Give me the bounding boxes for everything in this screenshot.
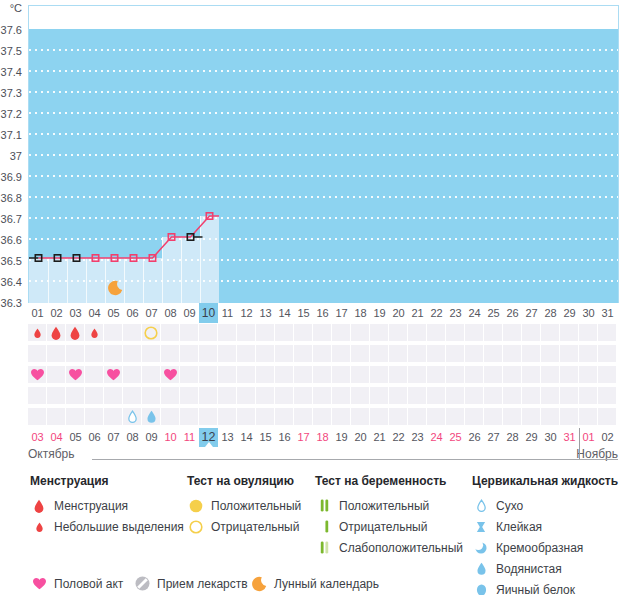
y-axis-tick-label: 37.5 [1, 45, 22, 57]
legend-item: Половой акт [30, 575, 123, 592]
month-label-october: Октябрь [28, 447, 75, 461]
cycle-day-label: 03 [66, 303, 85, 323]
event-cell [256, 345, 274, 362]
event-cell [598, 324, 616, 341]
event-cell [28, 324, 46, 341]
temperature-plot-area [28, 5, 619, 303]
event-cell [47, 324, 65, 341]
event-cell [161, 408, 179, 425]
temperature-line [29, 6, 618, 303]
legend-item: Отрицательный [187, 518, 299, 535]
drop-blue-icon [146, 410, 157, 423]
cycle-day-label: 24 [465, 303, 484, 323]
event-cell [389, 387, 407, 404]
drop-outline-blue-icon [476, 499, 487, 512]
event-cell [180, 345, 198, 362]
event-cell [598, 345, 616, 362]
event-cell [294, 387, 312, 404]
event-cell [389, 408, 407, 425]
event-cell [218, 345, 236, 362]
drop-red-icon [50, 326, 62, 340]
event-cell [218, 387, 236, 404]
event-cell [180, 366, 198, 383]
event-cell [161, 387, 179, 404]
cycle-day-label: 15 [294, 303, 313, 323]
event-cell [256, 387, 274, 404]
event-row-intercourse [28, 366, 617, 383]
legend-item-label: Яичный белок [496, 583, 575, 595]
legend-item: Небольшие выделения [30, 518, 184, 535]
cycle-day-label: 19 [370, 303, 389, 323]
event-cell [522, 387, 540, 404]
event-cell [237, 366, 255, 383]
month-boundary-divider [579, 428, 580, 459]
bars-green-double-legend-icon [315, 499, 333, 512]
event-cell [180, 387, 198, 404]
event-cell [446, 387, 464, 404]
y-axis-tick-label: 37 [10, 150, 22, 162]
legend-item: Клейкая [472, 518, 542, 535]
event-cell [484, 387, 502, 404]
legend-header: Тест на овуляцию [187, 474, 294, 488]
date-label: 19 [332, 428, 351, 447]
y-axis-tick-label: 37.1 [1, 129, 22, 141]
event-cell [389, 345, 407, 362]
legend: МенструацияМенструацияНебольшие выделени… [0, 468, 626, 595]
date-label: 18 [313, 428, 332, 447]
event-cell [313, 387, 331, 404]
legend-item-label: Слабоположительный [339, 541, 463, 555]
cycle-day-label: 29 [560, 303, 579, 323]
event-cell [351, 408, 369, 425]
event-cell [332, 408, 350, 425]
drop-red-icon [69, 326, 81, 340]
date-label: 26 [465, 428, 484, 447]
event-cell [579, 408, 597, 425]
event-cell [541, 366, 559, 383]
event-cell [104, 324, 122, 341]
crescent-blue-icon [475, 542, 487, 554]
event-cell [199, 408, 217, 425]
event-row-menstruation-and-ovulation-test [28, 324, 617, 341]
event-cell [104, 345, 122, 362]
circle-yellow-filled-legend-icon [187, 499, 205, 513]
event-cell [560, 408, 578, 425]
event-cell [275, 366, 293, 383]
event-cell [256, 324, 274, 341]
event-cell [332, 345, 350, 362]
event-cell [28, 387, 46, 404]
event-row-pregnancy-test [28, 345, 617, 362]
date-label: 06 [85, 428, 104, 447]
event-cell [560, 387, 578, 404]
date-label: 04 [47, 428, 66, 447]
event-cell [579, 345, 597, 362]
event-cell [465, 408, 483, 425]
legend-item-label: Отрицательный [211, 520, 299, 534]
legend-item-label: Прием лекарств [157, 577, 248, 591]
legend-item: Кремообразная [472, 539, 583, 556]
heart-pink-icon [32, 577, 47, 590]
event-cell [85, 345, 103, 362]
event-cell [522, 366, 540, 383]
event-cell [294, 408, 312, 425]
event-cell [123, 345, 141, 362]
date-label: 30 [541, 428, 560, 447]
event-cell [142, 366, 160, 383]
event-row-medications [28, 387, 617, 404]
date-label-current: 12 [199, 428, 218, 447]
event-cell [332, 366, 350, 383]
event-cell [180, 324, 198, 341]
cycle-day-label: 17 [332, 303, 351, 323]
moon-orange-legend-icon [250, 576, 268, 592]
event-cell [218, 366, 236, 383]
y-axis-unit-label: °C [10, 2, 22, 14]
event-cell [332, 387, 350, 404]
heart-pink-icon [68, 368, 83, 381]
legend-item-label: Сухо [496, 499, 523, 513]
event-cell [313, 345, 331, 362]
legend-item: Водянистая [472, 560, 562, 577]
cycle-day-label: 06 [123, 303, 142, 323]
y-axis-tick-label: 37.3 [1, 87, 22, 99]
date-label: 09 [142, 428, 161, 447]
bars-green-double-icon [320, 499, 329, 512]
event-cell [47, 387, 65, 404]
